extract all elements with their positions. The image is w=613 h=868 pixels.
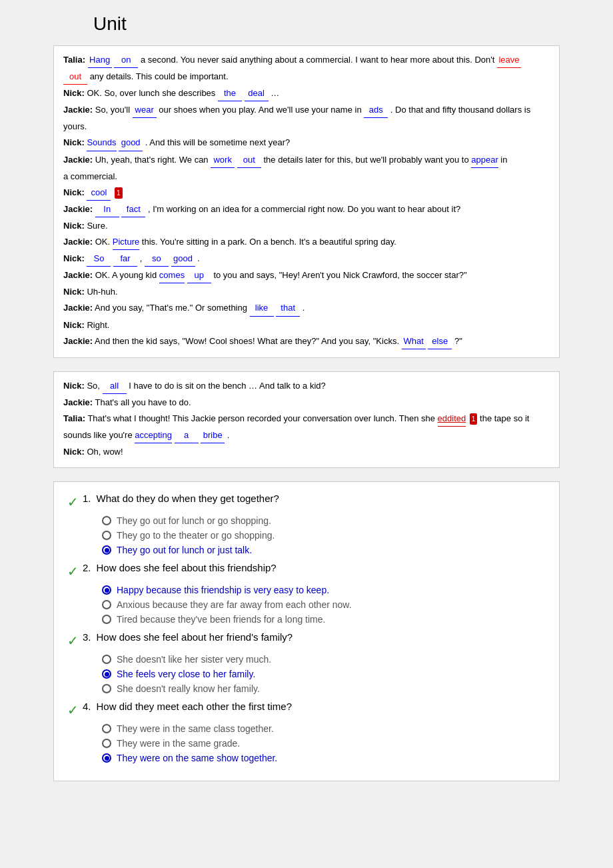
radio-2-1[interactable] (102, 585, 111, 595)
blank-sounds: Sounds (87, 135, 116, 151)
option-text: They were in the same class together. (117, 723, 274, 734)
speaker-jackie-5: Jackie: (63, 270, 93, 280)
dialogue-line: Nick: OK. So, over lunch she describes t… (63, 86, 550, 101)
dialogue-line: yours. (63, 119, 550, 134)
blank-bribe: bribe (201, 428, 225, 443)
speaker-talia-2: Talia: (63, 413, 85, 423)
radio-1-2[interactable] (102, 531, 111, 540)
blank-what: What (402, 334, 426, 349)
dialogue-line: Talia: That's what I thought! This Jacki… (63, 411, 550, 427)
blank-picture: Picture (113, 235, 139, 250)
dialogue-line: out any details. This could be important… (63, 69, 550, 85)
blank-out-1: out (63, 69, 87, 85)
quiz-question-4: ✓ 4. How did they meet each other the fi… (67, 701, 546, 763)
speaker-jackie-7: Jackie: (63, 336, 93, 346)
option-text: Anxious because they are far away from e… (117, 599, 352, 610)
quiz-option[interactable]: She doesn't like her sister very much. (102, 654, 546, 665)
blank-like: like (250, 301, 274, 316)
quiz-question-2: ✓ 2. How does she feel about this friend… (67, 562, 546, 625)
radio-4-1[interactable] (102, 724, 111, 733)
option-text: They go out for lunch or go shopping. (117, 515, 271, 526)
blank-up: up (187, 268, 211, 283)
quiz-q-text-3: How does she feel about her friend's fam… (97, 631, 293, 643)
quiz-question-3: ✓ 3. How does she feel about her friend'… (67, 631, 546, 694)
radio-2-2[interactable] (102, 600, 111, 609)
quiz-num-2: 2. (83, 562, 91, 573)
quiz-num-1: 1. (83, 493, 91, 504)
speaker-nick-1: Nick: (63, 88, 85, 98)
blank-on: on (114, 53, 138, 68)
dialogue-box-1: Talia: Hang on a second. You never said … (53, 45, 560, 358)
dialogue-line: Nick: Sounds good . And this will be som… (63, 135, 550, 151)
speaker-talia-1: Talia: (63, 55, 85, 65)
radio-3-3[interactable] (102, 684, 111, 693)
blank-wear: wear (133, 103, 157, 118)
radio-1-3[interactable] (102, 545, 111, 555)
radio-3-2[interactable] (102, 669, 111, 679)
quiz-option[interactable]: They go to the theater or go shopping. (102, 530, 546, 541)
dialogue-line: Jackie: OK. A young kid comes up to you … (63, 268, 550, 283)
radio-3-1[interactable] (102, 655, 111, 664)
quiz-q-text-2: How does she feel about this friendship? (97, 562, 277, 573)
check-icon-1: ✓ (67, 494, 79, 510)
check-icon-3: ✓ (67, 633, 79, 649)
blank-accepting: accepting (135, 428, 172, 443)
blank-eddited: eddited (438, 411, 466, 427)
quiz-option[interactable]: She feels very close to her family. (102, 669, 546, 679)
blank-comes: comes (159, 268, 185, 283)
dialogue-line: Jackie: That's all you have to do. (63, 395, 550, 410)
option-text: They were on the same show together. (117, 753, 277, 763)
quiz-q-text-4: How did they meet each other the first t… (97, 701, 292, 712)
quiz-option[interactable]: They were in the same grade. (102, 738, 546, 749)
quiz-option[interactable]: They go out for lunch or just talk. (102, 545, 546, 555)
blank-else: else (428, 334, 452, 349)
blank-deal: deal (245, 86, 269, 101)
error-badge-1: 1 (115, 187, 123, 199)
dialogue-line: Nick: So, all I have to do is sit on the… (63, 379, 550, 394)
speaker-jackie-8: Jackie: (63, 397, 93, 407)
speaker-nick-2: Nick: (63, 137, 85, 147)
speaker-nick-7: Nick: (63, 320, 85, 330)
dialogue-line: Jackie: OK. Picture this. You're sitting… (63, 235, 550, 250)
blank-the: the (218, 86, 242, 101)
quiz-question-1: ✓ 1. What do they do when they get toget… (67, 493, 546, 555)
speaker-jackie-1: Jackie: (63, 105, 93, 115)
option-text: She doesn't like her sister very much. (117, 654, 271, 665)
speaker-nick-6: Nick: (63, 287, 85, 297)
quiz-q-text-1: What do they do when they get together? (97, 493, 279, 504)
quiz-option[interactable]: Anxious because they are far away from e… (102, 599, 546, 610)
option-text: They go to the theater or go shopping. (117, 530, 275, 541)
dialogue-line: Nick: cool 1 (63, 185, 550, 201)
blank-appear: appear (471, 153, 498, 168)
radio-1-1[interactable] (102, 516, 111, 525)
blank-in: In (95, 202, 119, 217)
dialogue-line: a commercial. (63, 169, 550, 184)
blank-cool: cool (87, 185, 111, 201)
option-text: She feels very close to her family. (117, 669, 255, 679)
check-icon-2: ✓ (67, 563, 79, 579)
dialogue-line: Nick: Oh, wow! (63, 445, 550, 459)
dialogue-line: Nick: Sure. (63, 219, 550, 233)
speaker-jackie-6: Jackie: (63, 303, 93, 313)
dialogue-line: Jackie: Uh, yeah, that's right. We can w… (63, 153, 550, 168)
quiz-option[interactable]: Happy because this friendship is very ea… (102, 585, 546, 595)
quiz-option[interactable]: They go out for lunch or go shopping. (102, 515, 546, 526)
page-title: Unit (93, 13, 600, 35)
radio-4-3[interactable] (102, 753, 111, 763)
speaker-nick-4: Nick: (63, 221, 85, 231)
blank-good-2: good (171, 251, 195, 267)
quiz-option[interactable]: They were in the same class together. (102, 723, 546, 734)
quiz-option[interactable]: They were on the same show together. (102, 753, 546, 763)
dialogue-line: Nick: So far , so good . (63, 251, 550, 267)
blank-hang: Hang (88, 53, 112, 68)
blank-good-1: good (119, 135, 143, 151)
option-text: They go out for lunch or just talk. (117, 545, 252, 555)
quiz-option[interactable]: Tired because they've been friends for a… (102, 614, 546, 625)
blank-so-1: So (87, 251, 111, 267)
radio-4-2[interactable] (102, 739, 111, 748)
blank-fact: fact (121, 202, 145, 217)
quiz-option[interactable]: She doesn't really know her family. (102, 683, 546, 694)
radio-2-3[interactable] (102, 615, 111, 624)
dialogue-line: Nick: Uh-huh. (63, 285, 550, 299)
speaker-jackie-2: Jackie: (63, 155, 93, 165)
